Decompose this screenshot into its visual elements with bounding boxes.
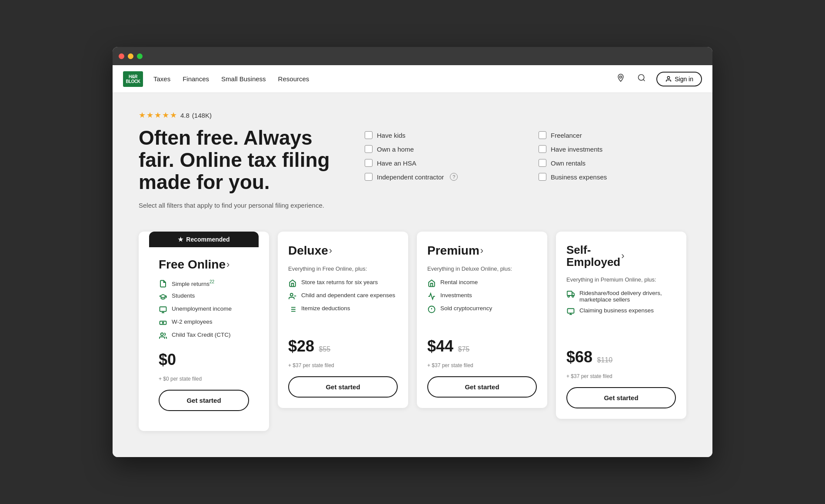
nav-small-business[interactable]: Small Business (221, 75, 266, 83)
checkbox-freelancer[interactable] (539, 131, 546, 139)
svg-point-9 (290, 293, 293, 296)
self-employed-price-note: + $37 per state filed (566, 373, 676, 379)
premium-title[interactable]: Premium › (427, 244, 537, 258)
deluxe-subtitle: Everything in Free Online, plus: (288, 265, 398, 272)
pricing-section: ★ Recommended Free Online › Simple retur (139, 232, 686, 431)
feature-icon (427, 305, 436, 314)
filter-freelancer[interactable]: Freelancer (539, 131, 686, 139)
help-icon[interactable]: ? (450, 173, 458, 181)
svg-point-7 (163, 322, 164, 323)
hero-section: Often free. Always fair. Online tax fili… (139, 127, 686, 210)
free-online-cta[interactable]: Get started (159, 390, 249, 411)
checkbox-business-expenses[interactable] (539, 173, 546, 181)
hero-subtitle: Select all filters that apply to find yo… (139, 201, 330, 211)
filter-independent-contractor[interactable]: Independent contractor ? (365, 173, 512, 181)
checkbox-have-an-hsa[interactable] (365, 159, 373, 167)
nav-links: Taxes Finances Small Business Resources (153, 75, 615, 83)
self-employed-subtitle: Everything in Premium Online, plus: (566, 276, 676, 283)
arrow-icon: › (226, 259, 230, 270)
self-employed-title[interactable]: Self-Employed › (566, 244, 676, 269)
list-item: Investments (427, 292, 537, 301)
feature-icon (427, 279, 436, 288)
hero-left: Often free. Always fair. Online tax fili… (139, 127, 330, 210)
feature-icon (159, 279, 167, 288)
feature-icon (288, 279, 297, 288)
filter-have-kids[interactable]: Have kids (365, 131, 512, 139)
svg-point-0 (620, 76, 622, 78)
nav-right: Sign in (615, 72, 702, 86)
feature-icon (566, 307, 575, 316)
checkbox-have-kids[interactable] (365, 131, 373, 139)
location-icon[interactable] (615, 72, 627, 86)
list-item: Unemployment income (159, 305, 249, 314)
deluxe-cta[interactable]: Get started (288, 376, 398, 398)
arrow-icon: › (621, 251, 624, 261)
premium-cta[interactable]: Get started (427, 376, 537, 398)
feature-icon (159, 332, 167, 340)
self-employed-price: $68 $110 (566, 348, 676, 366)
premium-subtitle: Everything in Deluxe Online, plus: (427, 265, 537, 272)
premium-price-note: + $37 per state filed (427, 362, 537, 368)
hero-title: Often free. Always fair. Online tax fili… (139, 127, 330, 193)
checkbox-have-investments[interactable] (539, 145, 546, 153)
self-employed-cta[interactable]: Get started (566, 387, 676, 408)
checkbox-own-rentals[interactable] (539, 159, 546, 167)
list-item: Claiming business expenses (566, 307, 676, 316)
card-premium: Premium › Everything in Deluxe Online, p… (417, 232, 547, 408)
rating-score: 4.8 (180, 112, 190, 119)
rating-reviews: (148K) (192, 112, 212, 119)
free-online-price: $0 (159, 351, 249, 369)
svg-rect-4 (160, 307, 166, 312)
navbar: H&R BLOCK Taxes Finances Small Business … (113, 65, 712, 93)
list-item: Store tax returns for six years (288, 279, 398, 288)
svg-point-1 (639, 75, 644, 80)
feature-icon (159, 292, 167, 301)
list-item: W-2 employees (159, 318, 249, 327)
sign-in-button[interactable]: Sign in (656, 72, 702, 86)
deluxe-title[interactable]: Deluxe › (288, 244, 398, 258)
svg-point-22 (572, 295, 574, 297)
free-online-features: Simple returns22 Students (159, 279, 249, 340)
svg-rect-23 (568, 308, 574, 313)
deluxe-price-note: + $37 per state filed (288, 362, 398, 368)
search-icon[interactable] (635, 72, 648, 86)
stars: ★★★★★ (139, 110, 178, 120)
minimize-icon[interactable] (128, 53, 133, 59)
list-item: Itemize deductions (288, 305, 398, 314)
svg-point-21 (568, 295, 569, 297)
nav-finances[interactable]: Finances (183, 75, 209, 83)
filter-have-investments[interactable]: Have investments (539, 145, 686, 153)
premium-price: $44 $75 (427, 337, 537, 355)
close-icon[interactable] (119, 53, 124, 59)
rating-row: ★★★★★ 4.8 (148K) (139, 110, 686, 120)
filter-have-an-hsa[interactable]: Have an HSA (365, 159, 512, 167)
checkbox-own-a-home[interactable] (365, 145, 373, 153)
star-icon: ★ (178, 236, 183, 243)
recommended-badge: ★ Recommended (149, 232, 259, 247)
checkbox-independent-contractor[interactable] (365, 173, 373, 181)
card-free-online: ★ Recommended Free Online › Simple retur (139, 232, 269, 431)
feature-icon (427, 292, 436, 301)
logo[interactable]: H&R BLOCK (123, 71, 143, 87)
premium-features: Rental income Investments Sold cryptocur… (427, 279, 537, 327)
free-online-title[interactable]: Free Online › (159, 258, 249, 272)
filter-own-a-home[interactable]: Own a home (365, 145, 512, 153)
free-online-price-note: + $0 per state filed (159, 376, 249, 382)
svg-line-2 (643, 80, 645, 81)
filter-own-rentals[interactable]: Own rentals (539, 159, 686, 167)
filter-business-expenses[interactable]: Business expenses (539, 173, 686, 181)
feature-icon (566, 290, 575, 298)
svg-point-3 (668, 76, 670, 79)
nav-resources[interactable]: Resources (278, 75, 309, 83)
list-item: Students (159, 292, 249, 301)
card-free-inner: Free Online › Simple returns22 (149, 247, 259, 421)
list-item: Child and dependent care expenses (288, 292, 398, 301)
nav-taxes[interactable]: Taxes (153, 75, 170, 83)
deluxe-features: Store tax returns for six years Child an… (288, 279, 398, 327)
maximize-icon[interactable] (137, 53, 143, 59)
main-content: ★★★★★ 4.8 (148K) Often free. Always fair… (113, 93, 712, 457)
svg-rect-20 (567, 291, 572, 295)
self-employed-features: Rideshare/food delivery drivers, marketp… (566, 290, 676, 338)
feature-icon (159, 305, 167, 314)
list-item: Rideshare/food delivery drivers, marketp… (566, 290, 676, 303)
